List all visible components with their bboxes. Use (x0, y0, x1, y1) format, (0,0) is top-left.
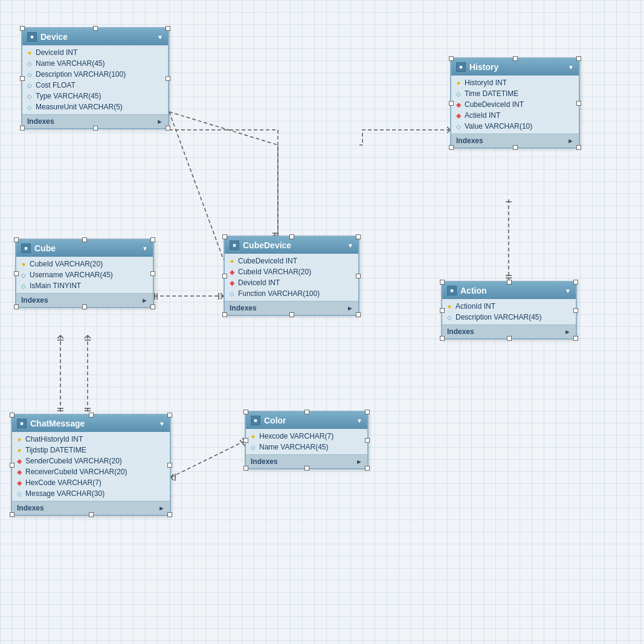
resize-handle-tm[interactable] (89, 413, 94, 417)
resize-handle-br[interactable] (166, 126, 170, 130)
field-text: HexCode VARCHAR(7) (25, 478, 101, 487)
resize-handle-tr[interactable] (573, 280, 578, 285)
header-left: ■ Device (27, 32, 68, 42)
resize-handle-bl[interactable] (222, 312, 227, 317)
field-text: Function VARCHAR(100) (238, 289, 320, 298)
table-row: ●Tijdstip DATETIME (12, 445, 170, 456)
table-header-color: ■ Color ▼ (246, 412, 367, 429)
table-name: Device (40, 32, 68, 42)
field-icon: ◇ (455, 123, 462, 130)
resize-handle-bl[interactable] (20, 126, 25, 130)
resize-handle-ml[interactable] (449, 101, 454, 106)
table-dropdown-arrow[interactable]: ▼ (159, 420, 165, 427)
resize-handle-bm[interactable] (82, 304, 87, 309)
resize-handle-bl[interactable] (10, 512, 14, 517)
table-name: CubeDevice (243, 240, 291, 250)
resize-handle-tl[interactable] (20, 26, 25, 31)
resize-handle-tl[interactable] (10, 413, 14, 417)
resize-handle-bl[interactable] (449, 145, 454, 150)
resize-handle-br[interactable] (365, 466, 370, 471)
field-text: Message VARCHAR(30) (25, 489, 105, 498)
resize-handle-br[interactable] (150, 304, 155, 309)
table-dropdown-arrow[interactable]: ▼ (568, 64, 574, 71)
resize-handle-mr[interactable] (167, 463, 172, 468)
resize-handle-bl[interactable] (14, 304, 19, 309)
field-text: CubeDeviceId INT (465, 100, 524, 109)
indexes-label: Indexes (447, 327, 474, 336)
indexes-label: Indexes (230, 304, 257, 312)
resize-handle-tl[interactable] (440, 280, 445, 285)
resize-handle-mr[interactable] (150, 271, 155, 276)
table-dropdown-arrow[interactable]: ▼ (565, 288, 571, 294)
header-left: ■ CubeDevice (230, 240, 291, 250)
resize-handle-tl[interactable] (243, 410, 248, 414)
resize-handle-tr[interactable] (167, 413, 172, 417)
resize-handle-mr[interactable] (356, 274, 361, 279)
resize-handle-br[interactable] (167, 512, 172, 517)
table-row: ●HistoryId INT (451, 77, 579, 88)
resize-handle-mr[interactable] (573, 308, 578, 313)
pk-icon: ● (455, 79, 462, 86)
field-text: Name VARCHAR(45) (259, 443, 328, 451)
field-text: ActieId INT (465, 111, 500, 120)
resize-handle-br[interactable] (356, 312, 361, 317)
resize-handle-tl[interactable] (14, 237, 19, 242)
table-dropdown-arrow[interactable]: ▼ (347, 242, 353, 249)
resize-handle-tr[interactable] (150, 237, 155, 242)
table-dropdown-arrow[interactable]: ▼ (142, 245, 148, 252)
svg-line-18 (57, 335, 60, 338)
table-dropdown-arrow[interactable]: ▼ (356, 417, 362, 424)
table-type-icon: ■ (251, 416, 260, 425)
resize-handle-bm[interactable] (89, 512, 94, 517)
resize-handle-mr[interactable] (166, 76, 170, 81)
resize-handle-bl[interactable] (440, 336, 445, 341)
resize-handle-br[interactable] (576, 145, 581, 150)
header-left: ■ ChatMessage (17, 419, 85, 428)
resize-handle-bm[interactable] (289, 312, 294, 317)
table-row: ◇Function VARCHAR(100) (225, 288, 358, 299)
table-row: ◆ReceiverCubeId VARCHAR(20) (12, 466, 170, 477)
resize-handle-bm[interactable] (93, 126, 98, 130)
resize-handle-bl[interactable] (243, 466, 248, 471)
resize-handle-tm[interactable] (289, 234, 294, 239)
field-text: Tijdstip DATETIME (25, 446, 86, 454)
field-text: CubeId VARCHAR(20) (238, 268, 311, 276)
fk-icon: ◆ (455, 101, 462, 108)
table-dropdown-arrow[interactable]: ▼ (157, 34, 163, 40)
resize-handle-bm[interactable] (513, 145, 518, 150)
resize-handle-tm[interactable] (82, 237, 87, 242)
resize-handle-tm[interactable] (93, 26, 98, 31)
resize-handle-mr[interactable] (365, 438, 370, 443)
resize-handle-ml[interactable] (222, 274, 227, 279)
table-row: ◇Message VARCHAR(30) (12, 488, 170, 499)
header-left: ■ Cube (21, 243, 56, 253)
resize-handle-bm[interactable] (507, 336, 512, 341)
table-header-chatmessage: ■ ChatMessage ▼ (12, 415, 170, 432)
field-text: ActionId INT (456, 302, 495, 311)
resize-handle-ml[interactable] (20, 76, 25, 81)
resize-handle-tm[interactable] (513, 56, 518, 61)
resize-handle-mr[interactable] (576, 101, 581, 106)
resize-handle-ml[interactable] (440, 308, 445, 313)
resize-handle-tr[interactable] (166, 26, 170, 31)
table-type-icon: ■ (230, 240, 239, 250)
resize-handle-tr[interactable] (356, 234, 361, 239)
field-text: HistoryId INT (465, 79, 507, 87)
resize-handle-ml[interactable] (10, 463, 14, 468)
table-row: ◆SenderCubeId VARCHAR(20) (12, 456, 170, 466)
resize-handle-bm[interactable] (304, 466, 309, 471)
resize-handle-tl[interactable] (222, 234, 227, 239)
resize-handle-tl[interactable] (449, 56, 454, 61)
indexes-arrow: ► (356, 458, 362, 465)
resize-handle-br[interactable] (573, 336, 578, 341)
resize-handle-tm[interactable] (304, 410, 309, 414)
resize-handle-tm[interactable] (507, 280, 512, 285)
table-cube: ■ Cube ▼ ●CubeId VARCHAR(20)◇Username VA… (15, 239, 154, 308)
table-row: ◇Time DATETIME (451, 88, 579, 99)
resize-handle-ml[interactable] (14, 271, 19, 276)
resize-handle-tr[interactable] (576, 56, 581, 61)
resize-handle-tr[interactable] (365, 410, 370, 414)
resize-handle-ml[interactable] (243, 438, 248, 443)
field-text: CubeId VARCHAR(20) (30, 260, 103, 268)
table-color: ■ Color ▼ ●Hexcode VARCHAR(7)◇Name VARCH… (245, 411, 369, 469)
